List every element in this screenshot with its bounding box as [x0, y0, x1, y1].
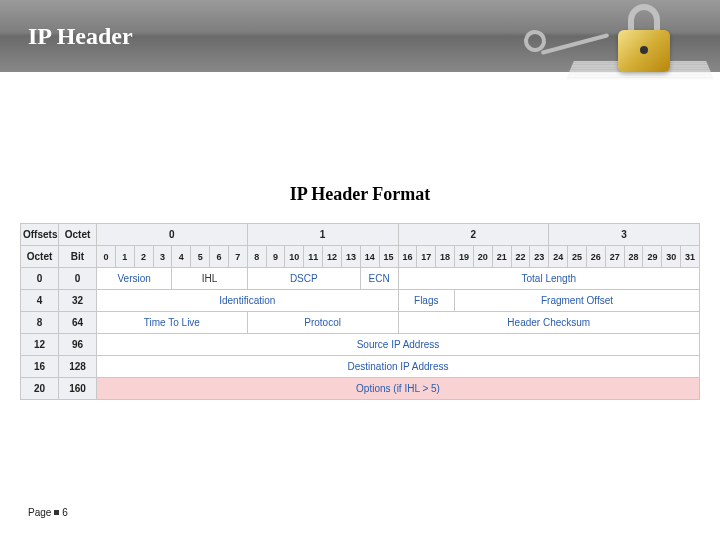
header-bit: Bit — [59, 246, 97, 268]
octet-header-3: 3 — [549, 224, 700, 246]
bit-header-24: 24 — [549, 246, 568, 268]
row-0-octet: 0 — [21, 268, 59, 290]
bit-header-12: 12 — [323, 246, 342, 268]
bit-header-1: 1 — [115, 246, 134, 268]
field-8-0: Time To Live — [97, 312, 248, 334]
bit-header-19: 19 — [455, 246, 474, 268]
field-8-2: Header Checksum — [398, 312, 700, 334]
row-1-octet: 4 — [21, 290, 59, 312]
bit-header-13: 13 — [341, 246, 360, 268]
square-separator-icon — [54, 510, 59, 515]
field-4-0: Identification — [97, 290, 399, 312]
field-0-1: IHL — [172, 268, 247, 290]
footer: Page6 — [28, 507, 68, 518]
bit-header-15: 15 — [379, 246, 398, 268]
field-0-4: Total Length — [398, 268, 700, 290]
content-area: IP Header Format OffsetsOctet0123OctetBi… — [0, 72, 720, 400]
header-octet: Octet — [59, 224, 97, 246]
row-3-octet: 12 — [21, 334, 59, 356]
bit-header-31: 31 — [681, 246, 700, 268]
header-decor — [520, 0, 720, 90]
row-2-bit: 64 — [59, 312, 97, 334]
octet-header-2: 2 — [398, 224, 549, 246]
bit-header-2: 2 — [134, 246, 153, 268]
octet-header-1: 1 — [247, 224, 398, 246]
subtitle: IP Header Format — [10, 184, 710, 205]
field-4-1: Flags — [398, 290, 455, 312]
field-12-0: Source IP Address — [97, 334, 700, 356]
row-5-octet: 20 — [21, 378, 59, 400]
page-label: Page — [28, 507, 51, 518]
row-4-octet: 16 — [21, 356, 59, 378]
header-octet-2: Octet — [21, 246, 59, 268]
field-20-0: Options (if IHL > 5) — [97, 378, 700, 400]
bit-header-4: 4 — [172, 246, 191, 268]
bit-header-28: 28 — [624, 246, 643, 268]
field-4-2: Fragment Offset — [455, 290, 700, 312]
bit-header-18: 18 — [436, 246, 455, 268]
row-4-bit: 128 — [59, 356, 97, 378]
bit-header-27: 27 — [605, 246, 624, 268]
bit-header-14: 14 — [360, 246, 379, 268]
key-shaft-icon — [541, 33, 610, 55]
bit-header-25: 25 — [568, 246, 587, 268]
row-3-bit: 96 — [59, 334, 97, 356]
bit-header-8: 8 — [247, 246, 266, 268]
header-offsets: Offsets — [21, 224, 59, 246]
field-16-0: Destination IP Address — [97, 356, 700, 378]
octet-header-0: 0 — [97, 224, 248, 246]
title-bar: IP Header — [0, 0, 720, 72]
bit-header-7: 7 — [228, 246, 247, 268]
field-0-2: DSCP — [247, 268, 360, 290]
bit-header-6: 6 — [210, 246, 229, 268]
bit-header-9: 9 — [266, 246, 285, 268]
bit-header-0: 0 — [97, 246, 116, 268]
bit-header-29: 29 — [643, 246, 662, 268]
bit-header-23: 23 — [530, 246, 549, 268]
bit-header-3: 3 — [153, 246, 172, 268]
bit-header-22: 22 — [511, 246, 530, 268]
lock-keyhole-icon — [640, 46, 648, 54]
row-5-bit: 160 — [59, 378, 97, 400]
bit-header-30: 30 — [662, 246, 681, 268]
bit-header-5: 5 — [191, 246, 210, 268]
bit-header-10: 10 — [285, 246, 304, 268]
page-title: IP Header — [28, 23, 133, 50]
bit-header-17: 17 — [417, 246, 436, 268]
row-2-octet: 8 — [21, 312, 59, 334]
bit-header-11: 11 — [304, 246, 323, 268]
ip-header-table: OffsetsOctet0123OctetBit0123456789101112… — [20, 223, 700, 400]
row-1-bit: 32 — [59, 290, 97, 312]
bit-header-20: 20 — [473, 246, 492, 268]
bit-header-16: 16 — [398, 246, 417, 268]
bit-header-21: 21 — [492, 246, 511, 268]
row-0-bit: 0 — [59, 268, 97, 290]
bit-header-26: 26 — [586, 246, 605, 268]
page-number: 6 — [62, 507, 68, 518]
field-8-1: Protocol — [247, 312, 398, 334]
field-0-3: ECN — [360, 268, 398, 290]
field-0-0: Version — [97, 268, 172, 290]
